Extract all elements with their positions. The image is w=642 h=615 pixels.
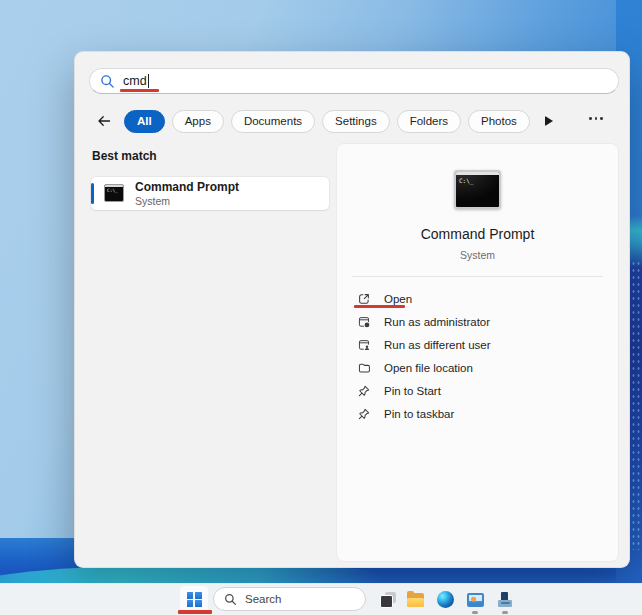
preview-pane: C:\_ Command Prompt System Open Run a bbox=[336, 143, 619, 562]
action-open-file-location[interactable]: Open file location bbox=[337, 356, 618, 379]
edge-browser-icon bbox=[437, 591, 454, 608]
start-button[interactable] bbox=[180, 586, 208, 613]
annotation-underline-open-action bbox=[354, 305, 405, 308]
filter-tab-folders[interactable]: Folders bbox=[397, 110, 461, 133]
action-run-as-administrator[interactable]: Run as administrator bbox=[337, 310, 618, 333]
file-explorer-button[interactable] bbox=[401, 586, 429, 613]
selection-accent-bar bbox=[91, 183, 94, 204]
command-prompt-icon-large: C:\_ bbox=[454, 170, 501, 209]
server-app-button[interactable] bbox=[491, 586, 519, 613]
result-title: Command Prompt bbox=[135, 181, 239, 194]
back-arrow-icon bbox=[96, 113, 112, 129]
filter-tab-photos[interactable]: Photos bbox=[468, 110, 530, 133]
search-filter-row: All Apps Documents Settings Folders Phot… bbox=[93, 109, 613, 133]
preview-app-title: Command Prompt bbox=[337, 226, 618, 242]
monitor-app-button[interactable] bbox=[461, 586, 489, 613]
edge-browser-button[interactable] bbox=[431, 586, 459, 613]
task-view-button[interactable] bbox=[374, 586, 402, 613]
server-app-icon bbox=[497, 592, 513, 608]
annotation-underline-search-term bbox=[120, 89, 159, 92]
text-caret bbox=[148, 74, 149, 88]
filter-tab-documents[interactable]: Documents bbox=[231, 110, 315, 133]
folder-icon bbox=[357, 361, 371, 375]
open-external-icon bbox=[357, 292, 371, 306]
file-explorer-icon bbox=[407, 593, 424, 607]
best-match-section-label: Best match bbox=[92, 149, 157, 163]
monitor-app-icon bbox=[467, 593, 484, 607]
action-run-as-different-user[interactable]: Run as different user bbox=[337, 333, 618, 356]
filter-tab-settings[interactable]: Settings bbox=[322, 110, 390, 133]
back-button[interactable] bbox=[93, 110, 115, 132]
filter-tab-all[interactable]: All bbox=[124, 110, 165, 133]
search-icon bbox=[224, 593, 237, 606]
action-pin-to-start[interactable]: Pin to Start bbox=[337, 379, 618, 402]
command-prompt-icon: C:\_ bbox=[104, 184, 124, 202]
search-flyout-panel: cmd All Apps Documents Settings Folders … bbox=[74, 51, 630, 568]
action-pin-to-taskbar[interactable]: Pin to taskbar bbox=[337, 402, 618, 425]
taskbar-search-placeholder: Search bbox=[245, 593, 281, 605]
run-as-user-icon bbox=[357, 338, 371, 352]
preview-app-subtitle: System bbox=[337, 249, 618, 261]
search-input[interactable]: cmd bbox=[89, 68, 619, 94]
result-subtitle: System bbox=[135, 195, 239, 207]
search-icon bbox=[100, 74, 115, 89]
preview-divider bbox=[352, 276, 603, 277]
best-match-result-item[interactable]: C:\_ Command Prompt System bbox=[91, 177, 329, 210]
taskbar: Search bbox=[0, 583, 642, 615]
filter-tab-apps[interactable]: Apps bbox=[172, 110, 224, 133]
pin-icon bbox=[357, 384, 371, 398]
windows-logo-icon bbox=[187, 592, 202, 607]
annotation-underline-start-button bbox=[178, 610, 212, 614]
running-indicator bbox=[502, 611, 508, 614]
more-options-button[interactable] bbox=[589, 117, 603, 120]
running-indicator bbox=[472, 611, 478, 614]
task-view-icon bbox=[380, 592, 396, 608]
expand-more-icon[interactable] bbox=[545, 116, 553, 126]
taskbar-search-box[interactable]: Search bbox=[213, 587, 366, 611]
pin-icon bbox=[357, 407, 371, 421]
run-as-admin-icon bbox=[357, 315, 371, 329]
search-query-text: cmd bbox=[123, 74, 147, 88]
